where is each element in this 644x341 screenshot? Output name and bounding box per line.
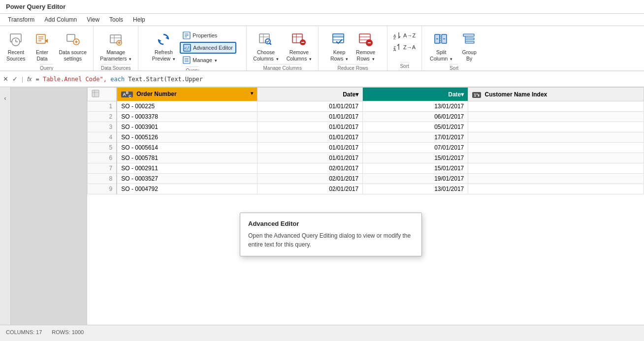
formula-each: each xyxy=(110,76,125,83)
remove-columns-icon xyxy=(290,31,308,48)
col-filter-date1[interactable]: ▾ xyxy=(355,91,358,98)
advanced-editor-tooltip: Advanced Editor Open the Advanced Query … xyxy=(240,213,422,256)
ribbon-manage-columns-buttons: ChooseColumns ▾ RemoveColumns ▾ xyxy=(250,28,315,63)
cell-rownum: 4 xyxy=(88,132,117,143)
menu-transform[interactable]: Transform xyxy=(4,15,38,25)
cell-date1: 02/01/2017 xyxy=(258,174,363,184)
choose-columns-button[interactable]: ChooseColumns ▾ xyxy=(250,28,282,63)
formula-cancel-button[interactable]: ✕ xyxy=(3,75,8,83)
col-header-date1[interactable]: Date ▾ xyxy=(258,88,363,101)
col-type-123: 1²₃ xyxy=(472,92,481,98)
manage-parameters-button[interactable]: ManageParameters ▾ xyxy=(97,28,135,63)
table-row[interactable]: 1 SO - 000225 01/01/2017 13/01/2017 xyxy=(88,101,644,112)
group-by-label: GroupBy xyxy=(462,49,477,62)
cell-date2: 15/01/2017 xyxy=(363,153,468,163)
sort-za-button[interactable]: Z A Z→A xyxy=(390,42,419,53)
ribbon-section-parameters: RefreshPreview ▾ Properties xyxy=(138,26,247,70)
table-row[interactable]: 9 SO - 0004792 02/01/2017 13/01/2017 xyxy=(88,184,644,194)
sidebar-collapse-button[interactable]: ‹ xyxy=(0,87,11,325)
keep-rows-button[interactable]: KeepRows ▾ xyxy=(327,28,352,63)
properties-button[interactable]: Properties xyxy=(180,30,236,41)
svg-rect-60 xyxy=(465,41,474,43)
col-header-customer-name-index[interactable]: 1²₃ Customer Name Index xyxy=(468,88,644,101)
tooltip-title: Advanced Editor xyxy=(248,220,414,227)
cell-rownum: 6 xyxy=(88,153,117,163)
sidebar-pane xyxy=(11,87,87,325)
cell-date2: 17/01/2017 xyxy=(363,132,468,143)
main-area: ‹ ABC Order Number ▾ Date ▾ xyxy=(0,87,644,325)
menu-add-column[interactable]: Add Column xyxy=(40,15,81,25)
table-row[interactable]: 3 SO - 0003901 01/01/2017 05/01/2017 xyxy=(88,122,644,132)
svg-marker-19 xyxy=(165,36,168,39)
cell-rownum: 5 xyxy=(88,143,117,153)
cell-order: SO - 0002911 xyxy=(117,163,257,174)
data-source-settings-icon xyxy=(64,31,82,48)
col-filter-date2[interactable]: ▾ xyxy=(461,91,464,98)
properties-icon xyxy=(183,31,191,39)
remove-rows-button[interactable]: RemoveRows ▾ xyxy=(353,28,379,63)
cell-order: SO - 0005781 xyxy=(117,153,257,163)
cell-rownum: 1 xyxy=(88,101,117,112)
svg-text:</>: </> xyxy=(184,46,191,51)
remove-columns-button[interactable]: RemoveColumns ▾ xyxy=(283,28,315,63)
cell-rownum: 3 xyxy=(88,122,117,132)
recent-sources-button[interactable]: RecentSources xyxy=(3,28,29,63)
table-row[interactable]: 4 SO - 0005126 01/01/2017 17/01/2017 xyxy=(88,132,644,143)
advanced-editor-button[interactable]: </> Advanced Editor xyxy=(180,42,236,54)
cell-rownum: 7 xyxy=(88,163,117,174)
cell-date2: 06/01/2017 xyxy=(363,112,468,122)
reduce-rows-section-label: Reduce Rows xyxy=(337,64,368,71)
cell-order: SO - 0003901 xyxy=(117,122,257,132)
data-source-settings-button[interactable]: Data sourcesettings xyxy=(56,28,91,63)
group-by-button[interactable]: GroupBy xyxy=(457,28,482,63)
table-area: ABC Order Number ▾ Date ▾ Date ▾ 1²₃ C xyxy=(87,87,644,325)
query-section-label: Query xyxy=(40,64,53,71)
col-label-customer-name-index: Customer Name Index xyxy=(485,91,547,98)
cell-cni xyxy=(468,184,644,194)
ribbon-section-data-sources: ManageParameters ▾ Data Sources xyxy=(94,26,138,70)
sort-buttons: A Z A→Z Z A Z→A xyxy=(390,28,419,53)
col-header-date2[interactable]: Date ▾ xyxy=(363,88,468,101)
menu-help[interactable]: Help xyxy=(129,15,149,25)
parameters-section-label: Query xyxy=(186,66,199,71)
keep-rows-icon xyxy=(330,31,348,48)
table-row[interactable]: 5 SO - 0005614 01/01/2017 07/01/2017 xyxy=(88,143,644,153)
enter-data-button[interactable]: EnterData xyxy=(30,28,55,63)
group-by-icon xyxy=(460,31,478,48)
col-label-order-number: Order Number xyxy=(136,91,176,97)
manage-columns-section-label: Manage Columns xyxy=(263,64,302,71)
col-label-date2: Date xyxy=(448,91,461,98)
ribbon-parameters-buttons: RefreshPreview ▾ Properties xyxy=(149,28,236,65)
sort-za-label: Z→A xyxy=(403,44,416,50)
cell-date2: 19/01/2017 xyxy=(363,174,468,184)
table-row[interactable]: 8 SO - 0003527 02/01/2017 19/01/2017 xyxy=(88,174,644,184)
advanced-editor-icon: </> xyxy=(183,44,191,52)
formula-equals: = xyxy=(35,76,42,83)
cell-date1: 01/01/2017 xyxy=(258,122,363,132)
cell-order: SO - 0005614 xyxy=(117,143,257,153)
status-columns: COLUMNS: 17 xyxy=(6,329,42,335)
cell-cni xyxy=(468,163,644,174)
sort-az-button[interactable]: A Z A→Z xyxy=(390,30,419,41)
menu-view[interactable]: View xyxy=(83,15,103,25)
ribbon-section-query: RecentSources EnterData xyxy=(0,26,94,70)
refresh-preview-button[interactable]: RefreshPreview ▾ xyxy=(149,28,179,63)
table-row[interactable]: 6 SO - 0005781 01/01/2017 15/01/2017 xyxy=(88,153,644,163)
remove-rows-label: RemoveRows ▾ xyxy=(356,49,375,62)
ribbon-section-manage-columns: ChooseColumns ▾ RemoveColumns ▾ Manage C… xyxy=(247,26,319,70)
formula-apply-button[interactable]: ✓ xyxy=(12,75,18,83)
table-row[interactable]: 2 SO - 0003378 01/01/2017 06/01/2017 xyxy=(88,112,644,122)
col-header-order-number[interactable]: ABC Order Number ▾ xyxy=(117,88,257,101)
col-filter-order-number[interactable]: ▾ xyxy=(251,91,253,96)
manage-button[interactable]: Manage ▾ xyxy=(180,55,236,65)
table-row[interactable]: 7 SO - 0002911 02/01/2017 15/01/2017 xyxy=(88,163,644,174)
manage-parameters-label: ManageParameters ▾ xyxy=(100,49,131,62)
split-column-button[interactable]: SplitColumn ▾ xyxy=(426,28,456,63)
cell-rownum: 8 xyxy=(88,174,117,184)
svg-rect-43 xyxy=(333,34,344,37)
transform-section-label: Sort xyxy=(450,64,458,71)
menu-tools[interactable]: Tools xyxy=(105,15,127,25)
ribbon: RecentSources EnterData xyxy=(0,26,644,71)
cell-order: SO - 0004792 xyxy=(117,184,257,194)
cell-cni xyxy=(468,101,644,112)
